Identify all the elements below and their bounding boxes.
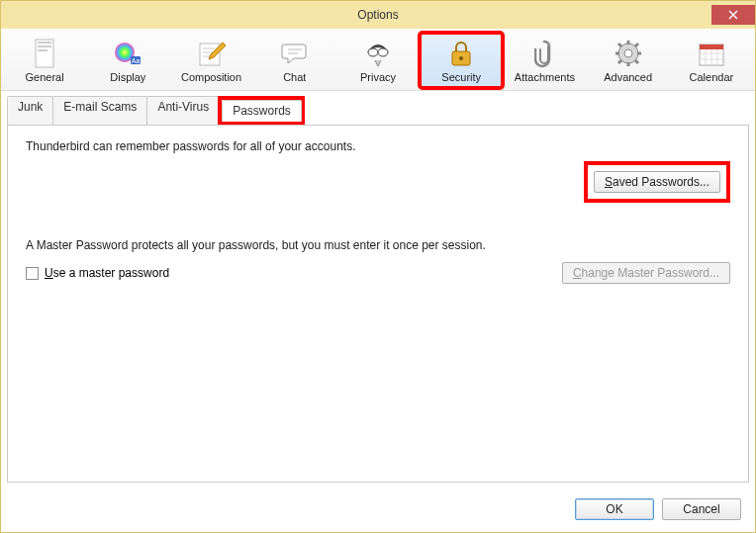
master-password-desc: A Master Password protects all your pass… <box>26 238 730 252</box>
toolbar-general[interactable]: General <box>3 33 86 88</box>
privacy-icon <box>363 38 393 69</box>
security-icon <box>447 38 475 69</box>
svg-rect-1 <box>38 42 51 44</box>
titlebar: Options <box>1 1 755 29</box>
subtab-junk[interactable]: Junk <box>7 96 53 126</box>
options-window: Options General Aa Display Composition <box>0 0 756 533</box>
pane-container: Thunderbird can remember passwords for a… <box>1 125 755 489</box>
svg-rect-0 <box>36 40 53 67</box>
toolbar-calendar[interactable]: Calendar <box>670 33 753 88</box>
display-icon: Aa <box>113 38 142 69</box>
toolbar-advanced[interactable]: Advanced <box>587 33 670 88</box>
svg-rect-15 <box>700 44 723 49</box>
security-subtabs: Junk E-mail Scams Anti-Virus Passwords <box>7 96 749 126</box>
toolbar-label: Security <box>441 71 481 83</box>
toolbar-label: General <box>26 71 64 83</box>
saved-passwords-button[interactable]: Saved Passwords... <box>594 171 720 193</box>
toolbar-label: Chat <box>283 71 306 83</box>
passwords-pane: Thunderbird can remember passwords for a… <box>7 125 749 483</box>
composition-icon <box>197 38 227 69</box>
svg-point-11 <box>459 56 463 60</box>
calendar-icon <box>698 38 725 69</box>
toolbar-label: Calendar <box>690 71 734 83</box>
toolbar-label: Privacy <box>360 71 396 83</box>
svg-point-13 <box>624 49 632 57</box>
svg-point-9 <box>378 48 388 56</box>
use-master-password-checkbox[interactable]: Use a master password <box>26 266 562 280</box>
cancel-button[interactable]: Cancel <box>662 498 741 520</box>
toolbar-label: Composition <box>181 71 241 83</box>
checkbox-icon <box>26 267 39 280</box>
ok-button[interactable]: OK <box>575 498 654 520</box>
toolbar-label: Display <box>110 71 145 83</box>
svg-rect-2 <box>38 45 51 47</box>
toolbar-label: Advanced <box>604 71 652 83</box>
svg-text:Aa: Aa <box>132 57 141 64</box>
toolbar-display[interactable]: Aa Display <box>86 33 169 88</box>
close-button[interactable] <box>711 5 755 25</box>
subtab-anti-virus[interactable]: Anti-Virus <box>146 96 220 126</box>
attachments-icon <box>534 38 554 69</box>
highlight-saved-passwords: Saved Passwords... <box>584 161 730 203</box>
toolbar-attachments[interactable]: Attachments <box>503 33 586 88</box>
toolbar-security[interactable]: Security <box>420 33 503 88</box>
category-toolbar: General Aa Display Composition Chat Priv… <box>1 29 755 91</box>
general-icon <box>32 38 57 69</box>
toolbar-composition[interactable]: Composition <box>169 33 252 88</box>
svg-rect-3 <box>38 49 47 51</box>
highlight-passwords-tab: Passwords <box>218 96 305 126</box>
advanced-icon <box>614 38 643 69</box>
toolbar-privacy[interactable]: Privacy <box>336 33 420 88</box>
change-master-password-button[interactable]: Change Master Password... <box>562 262 730 284</box>
toolbar-chat[interactable]: Chat <box>253 33 336 88</box>
remember-passwords-text: Thunderbird can remember passwords for a… <box>26 139 730 153</box>
dialog-footer: OK Cancel <box>1 489 755 532</box>
window-title: Options <box>357 8 398 22</box>
use-master-password-label: Use a master password <box>45 266 169 280</box>
chat-icon <box>280 38 310 69</box>
toolbar-label: Attachments <box>515 71 575 83</box>
svg-point-8 <box>368 48 378 56</box>
subtab-passwords[interactable]: Passwords <box>222 100 302 122</box>
subtab-email-scams[interactable]: E-mail Scams <box>52 96 147 126</box>
close-icon <box>728 10 738 20</box>
